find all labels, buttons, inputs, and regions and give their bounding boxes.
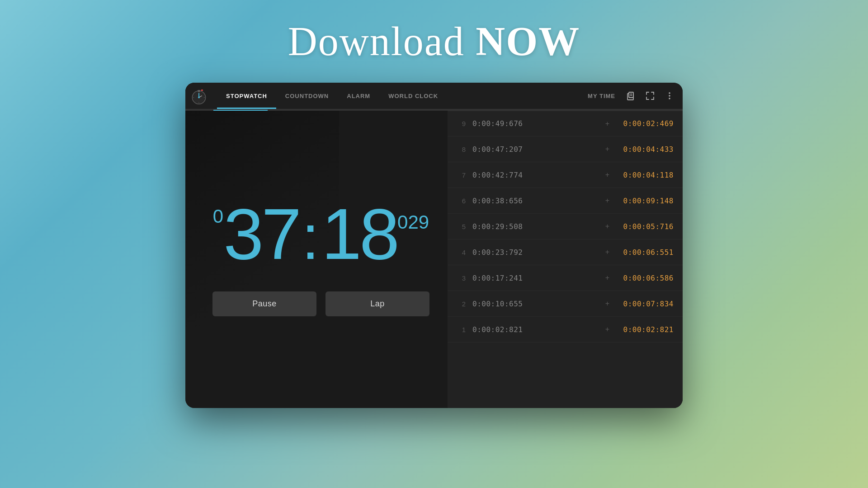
lap-total-time: 0:00:42:774 bbox=[472, 171, 600, 179]
lap-plus-sign: + bbox=[605, 274, 609, 282]
lap-list: 9 0:00:49:676 + 0:00:02:469 8 0:00:47:20… bbox=[448, 111, 683, 408]
lap-row-9: 9 0:00:49:676 + 0:00:02:469 bbox=[448, 111, 683, 136]
device-frame: STOPWATCH COUNTDOWN ALARM WORLD CLOCK MY… bbox=[185, 83, 683, 408]
lap-number: 3 bbox=[457, 274, 466, 282]
lap-row-5: 5 0:00:29:508 + 0:00:05:716 bbox=[448, 214, 683, 239]
page-title: Download NOW bbox=[288, 18, 580, 65]
lap-plus-sign: + bbox=[605, 120, 609, 128]
lap-total-time: 0:00:10:655 bbox=[472, 300, 600, 308]
lap-row-3: 3 0:00:17:241 + 0:00:06:586 bbox=[448, 265, 683, 291]
toolbar-icons bbox=[622, 87, 678, 104]
svg-point-17 bbox=[669, 98, 670, 99]
lap-split-time: 0:00:02:821 bbox=[615, 325, 674, 334]
lap-number: 5 bbox=[457, 223, 466, 230]
lap-row-1: 1 0:00:02:821 + 0:00:02:821 bbox=[448, 317, 683, 343]
lap-button[interactable]: Lap bbox=[326, 291, 429, 316]
more-options-icon[interactable] bbox=[661, 87, 678, 104]
lap-total-time: 0:00:47:207 bbox=[472, 145, 600, 154]
lap-split-time: 0:00:04:118 bbox=[615, 171, 674, 179]
lap-number: 6 bbox=[457, 197, 466, 205]
tabs-container: STOPWATCH COUNTDOWN ALARM WORLD CLOCK MY… bbox=[217, 83, 622, 109]
lap-total-time: 0:00:38:656 bbox=[472, 197, 600, 205]
lap-row-6: 6 0:00:38:656 + 0:00:09:148 bbox=[448, 188, 683, 214]
time-seconds: 18 bbox=[321, 198, 397, 270]
main-content: 0 37 : 18 029 Pause Lap 9 0:00:49:676 + … bbox=[185, 111, 683, 408]
lap-row-8: 8 0:00:47:207 + 0:00:04:433 bbox=[448, 136, 683, 162]
lap-number: 1 bbox=[457, 326, 466, 333]
lap-split-time: 0:00:07:834 bbox=[615, 300, 674, 308]
lap-row-7: 7 0:00:42:774 + 0:00:04:118 bbox=[448, 162, 683, 188]
lap-plus-sign: + bbox=[605, 325, 609, 333]
tab-alarm[interactable]: ALARM bbox=[338, 83, 379, 109]
tab-stopwatch[interactable]: STOPWATCH bbox=[217, 83, 276, 109]
lap-plus-sign: + bbox=[605, 248, 609, 256]
svg-point-15 bbox=[669, 92, 670, 94]
fullscreen-icon[interactable] bbox=[642, 87, 659, 104]
lap-number: 8 bbox=[457, 145, 466, 153]
tab-my-time[interactable]: MY TIME bbox=[581, 83, 622, 109]
tab-bar: STOPWATCH COUNTDOWN ALARM WORLD CLOCK MY… bbox=[185, 83, 683, 110]
lap-plus-sign: + bbox=[605, 197, 609, 205]
tab-worldclock[interactable]: WORLD CLOCK bbox=[379, 83, 447, 109]
copy-icon[interactable] bbox=[622, 87, 639, 104]
control-buttons: Pause Lap bbox=[212, 291, 429, 316]
svg-rect-3 bbox=[201, 89, 203, 91]
lap-total-time: 0:00:49:676 bbox=[472, 119, 600, 128]
svg-rect-2 bbox=[198, 90, 200, 92]
lap-split-time: 0:00:02:469 bbox=[615, 119, 674, 128]
app-logo-icon bbox=[190, 87, 208, 105]
lap-split-time: 0:00:06:586 bbox=[615, 274, 674, 282]
time-minutes: 37 bbox=[223, 198, 299, 270]
title-bold: NOW bbox=[476, 19, 580, 64]
lap-row-4: 4 0:00:23:792 + 0:00:06:551 bbox=[448, 239, 683, 265]
lap-split-time: 0:00:05:716 bbox=[615, 222, 674, 231]
lap-number: 9 bbox=[457, 120, 466, 127]
title-normal: Download bbox=[288, 19, 465, 64]
lap-plus-sign: + bbox=[605, 300, 609, 308]
svg-rect-12 bbox=[629, 92, 633, 98]
lap-split-time: 0:00:04:433 bbox=[615, 145, 674, 154]
lap-split-time: 0:00:09:148 bbox=[615, 197, 674, 205]
time-centiseconds: 029 bbox=[397, 211, 429, 233]
lap-total-time: 0:00:02:821 bbox=[472, 325, 600, 334]
lap-plus-sign: + bbox=[605, 171, 609, 179]
svg-point-16 bbox=[669, 95, 670, 97]
svg-point-6 bbox=[198, 97, 200, 99]
lap-split-time: 0:00:06:551 bbox=[615, 248, 674, 257]
lap-number: 2 bbox=[457, 300, 466, 308]
time-superscript: 0 bbox=[213, 207, 223, 226]
lap-row-2: 2 0:00:10:655 + 0:00:07:834 bbox=[448, 291, 683, 317]
lap-total-time: 0:00:29:508 bbox=[472, 222, 600, 231]
lap-plus-sign: + bbox=[605, 222, 609, 230]
pause-button[interactable]: Pause bbox=[212, 291, 316, 316]
lap-plus-sign: + bbox=[605, 145, 609, 153]
time-display: 0 37 : 18 029 bbox=[213, 198, 429, 273]
stopwatch-area: 0 37 : 18 029 Pause Lap bbox=[185, 111, 448, 408]
tab-countdown[interactable]: COUNTDOWN bbox=[276, 83, 338, 109]
lap-total-time: 0:00:23:792 bbox=[472, 248, 600, 257]
lap-number: 7 bbox=[457, 171, 466, 179]
time-colon: : bbox=[299, 206, 321, 269]
lap-total-time: 0:00:17:241 bbox=[472, 274, 600, 282]
lap-number: 4 bbox=[457, 249, 466, 256]
